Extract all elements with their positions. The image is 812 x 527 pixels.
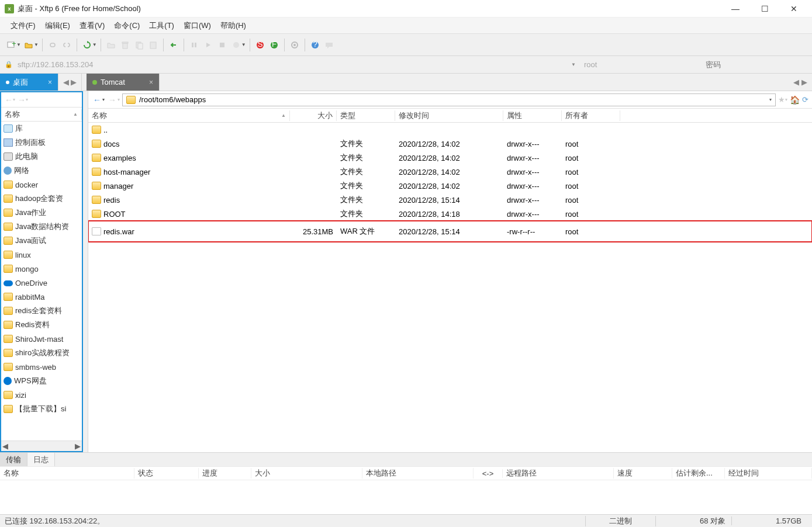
tree-item[interactable]: docker [1, 178, 82, 192]
stop-icon[interactable] [216, 39, 229, 51]
tree-item[interactable]: 【批量下载】si [1, 402, 82, 416]
tab-scroll-remote[interactable]: ◀ ▶ [789, 74, 812, 91]
tab-close-icon[interactable]: × [48, 78, 52, 86]
new-folder-icon[interactable] [105, 39, 118, 51]
column-owner[interactable]: 所有者 [562, 110, 620, 121]
address-dropdown-icon[interactable]: ▼ [571, 62, 576, 67]
file-row[interactable]: docs文件夹2020/12/28, 14:02drwxr-x---root [88, 137, 812, 151]
menu-help[interactable]: 帮助(H) [217, 19, 250, 32]
xftp-icon[interactable]: F [268, 39, 281, 51]
tree-item[interactable]: 控制面板 [1, 136, 82, 150]
tcol-eta[interactable]: 估计剩余... [672, 468, 725, 479]
tree-item[interactable]: smbms-web [1, 360, 82, 374]
new-session-icon[interactable]: + [5, 39, 18, 51]
local-scrollbar[interactable]: ◀▶ [1, 441, 82, 451]
column-mtime[interactable]: 修改时间 [395, 110, 503, 121]
file-row[interactable]: host-manager文件夹2020/12/28, 14:02drwxr-x-… [88, 165, 812, 179]
tab-remote[interactable]: Tomcat × [87, 74, 160, 91]
transfer-left-icon[interactable] [167, 39, 180, 51]
folder-icon [126, 96, 136, 104]
file-row[interactable]: examples文件夹2020/12/28, 14:02drwxr-x---ro… [88, 151, 812, 165]
tcol-remotepath[interactable]: 远程路径 [503, 468, 614, 479]
delete-icon[interactable] [119, 39, 132, 51]
tcol-dir[interactable]: <-> [474, 469, 503, 478]
file-row[interactable]: redis文件夹2020/12/28, 15:14drwxr-x---root [88, 193, 812, 207]
tcol-speed[interactable]: 速度 [614, 468, 672, 479]
tab-log[interactable]: 日志 [27, 453, 55, 466]
tcol-size[interactable]: 大小 [251, 468, 362, 479]
window-title: 桌面 - Xftp 6 (Free for Home/School) [18, 4, 727, 14]
column-type[interactable]: 类型 [337, 110, 395, 121]
menu-view[interactable]: 查看(V) [76, 19, 108, 32]
maximize-button[interactable]: ☐ [756, 2, 773, 15]
tree-item[interactable]: shiro实战教程资 [1, 346, 82, 360]
minimize-button[interactable]: — [727, 2, 744, 15]
settings-icon[interactable] [288, 39, 301, 51]
tree-item[interactable]: OneDrive [1, 276, 82, 290]
tcol-elapsed[interactable]: 经过时间 [725, 468, 812, 479]
tcol-name[interactable]: 名称 [0, 468, 134, 479]
close-button[interactable]: ✕ [785, 2, 803, 15]
menu-cmd[interactable]: 命令(C) [110, 19, 143, 32]
password-input[interactable] [702, 59, 807, 70]
menu-edit[interactable]: 编辑(E) [42, 19, 74, 32]
tab-close-icon[interactable]: × [149, 78, 153, 86]
pause-icon[interactable] [188, 39, 201, 51]
tree-item[interactable]: Redis资料 [1, 318, 82, 332]
refresh-icon[interactable]: ⟳ [802, 95, 808, 104]
resume-icon[interactable] [202, 39, 215, 51]
tree-item[interactable]: 此电脑 [1, 150, 82, 164]
help-icon[interactable]: ? [309, 39, 322, 51]
username-input[interactable] [581, 59, 697, 70]
tab-scroll-local[interactable]: ◀ ▶ [58, 74, 82, 91]
column-name[interactable]: 名称▲ [88, 110, 290, 121]
tree-item[interactable]: redis全套资料 [1, 304, 82, 318]
tcol-status[interactable]: 状态 [134, 468, 199, 479]
file-row[interactable]: manager文件夹2020/12/28, 14:02drwxr-x---roo… [88, 179, 812, 193]
reconnect-icon[interactable] [81, 39, 94, 51]
tree-item[interactable]: ShiroJwt-mast [1, 332, 82, 346]
tab-local[interactable]: 桌面 × [0, 74, 58, 91]
unlink-icon[interactable] [60, 39, 73, 51]
tree-item[interactable]: 网络 [1, 164, 82, 178]
column-name[interactable]: 名称▲ [1, 109, 82, 120]
feedback-icon[interactable] [323, 39, 336, 51]
file-row[interactable]: redis.war25.31MBWAR 文件2020/12/28, 15:14-… [88, 221, 812, 242]
forward-icon[interactable]: → [107, 95, 118, 105]
link-icon[interactable] [46, 39, 59, 51]
open-session-icon[interactable] [22, 39, 35, 51]
tree-item-label: 网络 [14, 165, 29, 176]
file-row[interactable]: ROOT文件夹2020/12/28, 14:18drwxr-x---root [88, 207, 812, 221]
paste-icon[interactable] [147, 39, 160, 51]
tree-item[interactable]: rabbitMa [1, 290, 82, 304]
tab-transfer[interactable]: 传输 [0, 453, 27, 466]
tree-item-label: linux [15, 251, 31, 259]
path-input[interactable]: /root/tom6/webapps ▾ [122, 93, 776, 106]
menu-file[interactable]: 文件(F) [7, 19, 39, 32]
tree-item[interactable]: WPS网盘 [1, 374, 82, 388]
folder-icon [92, 126, 101, 134]
tree-item[interactable]: Java面试 [1, 234, 82, 248]
tree-item[interactable]: mongo [1, 262, 82, 276]
xshell-icon[interactable]: S [254, 39, 267, 51]
tree-item[interactable]: xizi [1, 388, 82, 402]
tcol-progress[interactable]: 进度 [199, 468, 251, 479]
copy-icon[interactable] [133, 39, 146, 51]
column-attr[interactable]: 属性 [503, 110, 562, 121]
file-row[interactable]: .. [88, 123, 812, 137]
bookmark-icon[interactable]: ★ [778, 95, 785, 104]
file-mtime: 2020/12/28, 14:02 [395, 168, 503, 176]
tree-item[interactable]: Java数据结构资 [1, 220, 82, 234]
menu-window[interactable]: 窗口(W) [180, 19, 215, 32]
home-icon[interactable]: 🏠 [790, 95, 800, 105]
tree-item[interactable]: 库 [1, 122, 82, 136]
option-icon[interactable] [230, 39, 243, 51]
back-icon[interactable]: ← [92, 95, 102, 105]
tree-item[interactable]: hadoop全套资 [1, 192, 82, 206]
menu-tool[interactable]: 工具(T) [146, 19, 178, 32]
tree-item[interactable]: linux [1, 248, 82, 262]
tree-item[interactable]: Java作业 [1, 206, 82, 220]
tcol-localpath[interactable]: 本地路径 [362, 468, 474, 479]
column-size[interactable]: 大小 [290, 110, 337, 121]
address-url[interactable]: sftp://192.168.153.204 [18, 60, 566, 69]
